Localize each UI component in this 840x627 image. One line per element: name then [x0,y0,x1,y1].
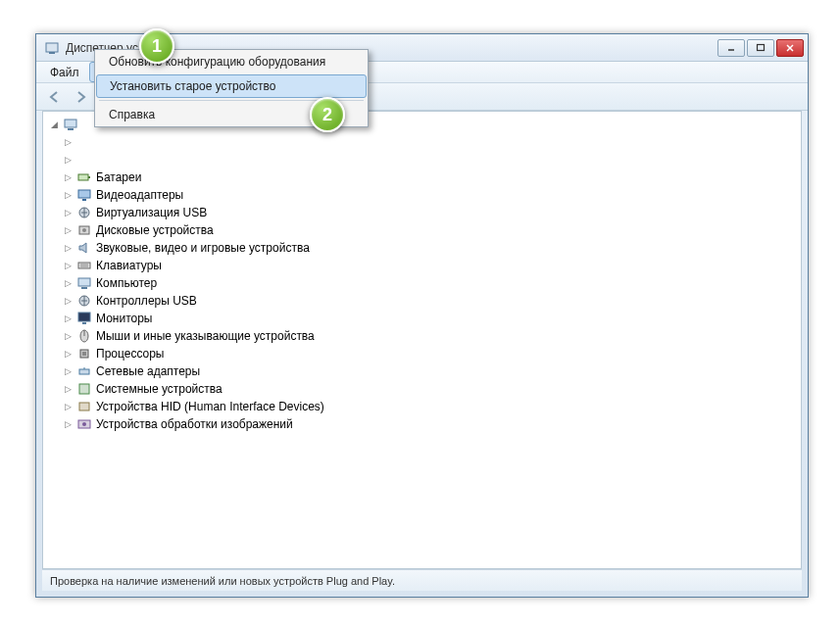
mouse-icon [76,328,92,344]
hidden-icon [76,152,92,168]
tree-node-label: Устройства обработки изображений [96,417,293,431]
usb-icon [76,205,92,220]
statusbar: Проверка на наличие изменений или новых … [42,569,802,591]
svg-rect-26 [82,352,86,356]
tree-node-label: Устройства HID (Human Interface Devices) [96,400,324,413]
keyboard-icon [76,258,92,273]
tree-node-label: Контроллеры USB [96,294,197,308]
hid-icon [76,399,92,414]
callout-2: 2 [310,97,345,132]
svg-rect-1 [49,52,55,54]
expand-icon[interactable]: ▷ [63,402,73,411]
app-icon [44,40,60,56]
tree-node-label: Видеоадаптеры [96,188,183,202]
svg-rect-19 [81,287,87,289]
tree-node[interactable]: ▷Компьютер [59,274,799,292]
tree-node[interactable]: ▷Дисковые устройства [59,221,799,239]
expand-icon[interactable]: ▷ [63,314,73,323]
tree-node[interactable]: ▷Мониторы [59,310,799,327]
tree-node[interactable]: ▷Мыши и иные указывающие устройства [59,327,799,345]
computer-icon [76,275,92,291]
tree-node[interactable]: ▷Клавиатуры [59,257,799,274]
menu-install-legacy[interactable]: Установить старое устройство [96,74,367,98]
computer-icon [63,117,78,132]
cpu-icon [76,346,92,362]
expand-icon[interactable]: ▷ [63,172,73,182]
disk-icon [76,222,92,238]
svg-point-14 [82,228,86,232]
tree-node-label: Процессоры [96,347,165,361]
device-tree: ◢ ▷▷▷Батареи▷Видеоадаптеры▷Виртуализация… [43,112,801,437]
tree-node[interactable]: ▷Батареи [59,169,799,186]
svg-rect-3 [758,44,765,50]
svg-rect-10 [78,190,90,198]
tree-node[interactable]: ▷Виртуализация USB [59,204,799,221]
tree-node-label: Дисковые устройства [96,223,214,237]
expand-icon[interactable]: ▷ [63,278,73,288]
display-icon [76,187,92,203]
system-icon [76,381,92,397]
window-controls [717,39,804,57]
svg-rect-11 [82,199,86,201]
tree-node-label: Клавиатуры [96,259,162,272]
tree-node-label: Мыши и иные указывающие устройства [96,329,315,343]
battery-icon [76,169,92,185]
tree-node[interactable]: ▷ [59,151,799,169]
maximize-button[interactable] [747,39,774,57]
svg-rect-29 [79,384,89,394]
tree-node[interactable]: ▷Процессоры [59,345,799,362]
svg-rect-9 [88,176,90,178]
tree-node-label: Системные устройства [96,382,222,396]
tree-node-label: Виртуализация USB [96,206,207,219]
tree-node[interactable]: ▷Устройства HID (Human Interface Devices… [59,398,799,415]
tree-node[interactable]: ▷Видеоадаптеры [59,186,799,204]
tree-node-label: Компьютер [96,276,157,290]
expand-icon[interactable]: ▷ [63,243,73,253]
tree-node-label: Сетевые адаптеры [96,364,200,378]
svg-rect-30 [79,403,89,410]
tree-node-label: Мониторы [96,312,152,325]
svg-point-32 [82,422,86,426]
forward-button[interactable] [70,87,91,107]
usb-icon [76,293,92,309]
content-area: ◢ ▷▷▷Батареи▷Видеоадаптеры▷Виртуализация… [42,111,802,569]
expand-icon[interactable]: ▷ [63,208,73,217]
tree-node[interactable]: ▷Контроллеры USB [59,292,799,310]
tree-node[interactable]: ▷Сетевые адаптеры [59,362,799,380]
expand-icon[interactable]: ▷ [63,190,73,200]
svg-rect-0 [46,43,58,52]
expand-icon[interactable]: ▷ [63,419,73,429]
minimize-button[interactable] [717,39,745,57]
svg-rect-6 [65,120,76,127]
menu-file[interactable]: Файл [40,62,89,82]
expand-icon[interactable]: ▷ [63,349,73,359]
svg-rect-15 [78,263,90,268]
expand-icon[interactable]: ▷ [63,261,73,270]
svg-rect-18 [78,278,90,286]
svg-rect-8 [78,174,88,180]
menu-refresh-hardware[interactable]: Обновить конфигурацию оборудования [95,50,368,73]
back-button[interactable] [44,87,66,107]
tree-node[interactable]: ▷ [59,133,799,151]
tree-node[interactable]: ▷Устройства обработки изображений [59,415,799,433]
monitor-icon [76,311,92,326]
expand-icon[interactable]: ▷ [63,331,73,341]
hidden-icon [76,134,92,150]
expand-icon[interactable]: ▷ [63,137,73,147]
svg-rect-7 [68,128,74,130]
expand-icon[interactable]: ▷ [63,225,73,235]
imaging-icon [76,416,92,432]
tree-node[interactable]: ▷Системные устройства [59,380,799,398]
tree-node[interactable]: ▷Звуковые, видео и игровые устройства [59,239,799,257]
svg-rect-21 [78,313,90,321]
tree-node-label: Батареи [96,170,141,184]
tree-node-label: Звуковые, видео и игровые устройства [96,241,310,255]
network-icon [76,363,92,379]
collapse-icon[interactable]: ◢ [49,120,59,129]
expand-icon[interactable]: ▷ [63,384,73,394]
expand-icon[interactable]: ▷ [63,155,73,165]
svg-rect-22 [82,322,86,324]
close-button[interactable] [776,39,804,57]
expand-icon[interactable]: ▷ [63,366,73,376]
expand-icon[interactable]: ▷ [63,296,73,306]
